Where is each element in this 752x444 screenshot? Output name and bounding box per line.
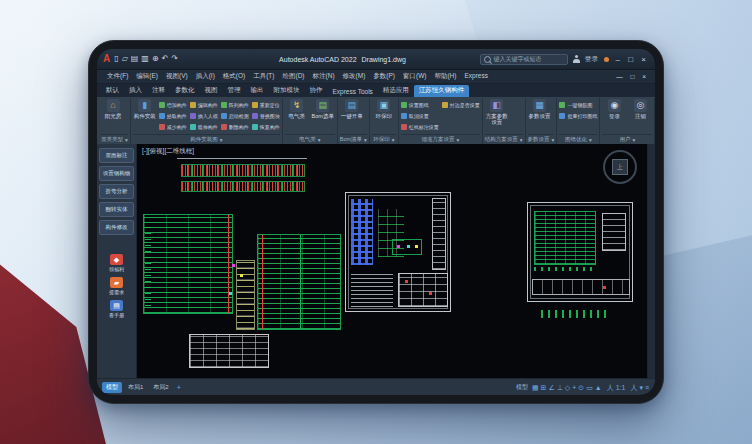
ribbon-small-button[interactable]: 设置图纸 — [401, 99, 439, 110]
doc-restore-button[interactable]: □ — [628, 73, 637, 80]
ribbon-small-button[interactable]: 拾取构件 — [159, 110, 187, 121]
ribbon-small-button[interactable]: 编辑构件 — [190, 99, 218, 110]
ribbon-big-button[interactable]: ▤一键开单 — [340, 99, 364, 119]
ribbon-tab-8[interactable]: 协作 — [305, 85, 328, 97]
menu-item-11[interactable]: 帮助(H) — [430, 72, 460, 81]
ribbon-tab-2[interactable]: 注释 — [147, 85, 170, 97]
ribbon-tab-4[interactable]: 视图 — [200, 85, 223, 97]
autocad-logo-icon[interactable]: A — [103, 54, 110, 64]
sidebar-quick-2[interactable]: ▤看手册 — [109, 300, 124, 318]
menu-item-9[interactable]: 参数(P) — [369, 72, 399, 81]
save-as-icon[interactable]: ▥ — [141, 55, 149, 63]
status-right-2[interactable]: ≡ — [644, 384, 650, 391]
status-toggle-1[interactable]: ⊞ — [540, 384, 548, 391]
doc-close-button[interactable]: × — [640, 73, 649, 80]
ribbon-small-button[interactable]: 红线标注设置 — [401, 121, 439, 132]
ribbon-big-button[interactable]: ▤Bom选单 — [311, 99, 335, 119]
save-icon[interactable]: ▤ — [131, 55, 139, 63]
ribbon-small-button[interactable]: 批量打印图纸 — [559, 110, 597, 121]
menu-item-1[interactable]: 编辑(E) — [132, 72, 162, 81]
minimize-button[interactable]: – — [614, 55, 623, 64]
status-toggle-3[interactable]: ⊥ — [556, 384, 564, 391]
ribbon-small-button[interactable]: 延伸构件 — [190, 121, 218, 132]
menu-item-3[interactable]: 插入(I) — [192, 72, 219, 81]
layout-tab-2[interactable]: 布局2 — [149, 382, 172, 393]
menu-item-10[interactable]: 窗口(W) — [399, 72, 430, 81]
ribbon-tab-0[interactable]: 默认 — [101, 85, 124, 97]
sidebar-item-2[interactable]: 折弯分析 — [99, 184, 134, 199]
sidebar-item-4[interactable]: 构件修改 — [99, 220, 134, 235]
ribbon-small-button[interactable]: 插入人模 — [190, 110, 218, 121]
plot-icon[interactable]: ⊕ — [152, 55, 159, 63]
menu-item-4[interactable]: 格式(O) — [219, 72, 249, 81]
ribbon-tab-7[interactable]: 附加模块 — [269, 85, 305, 97]
redo-icon[interactable]: ↷ — [171, 55, 178, 63]
ribbon-tab-11[interactable]: 江苏恒久钢构件 — [414, 85, 470, 97]
model-space-toggle[interactable]: 模型 — [516, 383, 528, 392]
ribbon-big-button[interactable]: ◉登录 — [602, 99, 626, 119]
ribbon-tab-1[interactable]: 插入 — [124, 85, 147, 97]
menu-item-2[interactable]: 视图(V) — [162, 72, 192, 81]
new-layout-button[interactable]: + — [176, 384, 182, 391]
layout-tab-1[interactable]: 布局1 — [124, 382, 147, 393]
ribbon-big-button[interactable]: ⌂阳光房 — [101, 99, 125, 119]
ribbon-tab-5[interactable]: 管理 — [223, 85, 246, 97]
viewport-label[interactable]: [-][俯视][二维线框] — [142, 147, 194, 156]
ribbon-small-button[interactable]: 减少构件 — [159, 121, 187, 132]
menu-item-12[interactable]: Express — [460, 72, 491, 81]
maximize-button[interactable]: □ — [626, 55, 636, 64]
sign-in-button[interactable]: 登录 — [585, 54, 599, 64]
menu-item-5[interactable]: 工具(T) — [249, 72, 278, 81]
ribbon-small-button[interactable]: 删除构件 — [221, 121, 249, 132]
sidebar-item-0[interactable]: 屋面标注 — [99, 148, 134, 163]
notification-icon[interactable] — [604, 57, 609, 62]
sidebar-item-1[interactable]: 设置钢构物 — [99, 166, 134, 181]
ribbon-big-button[interactable]: ▮构件安装 — [133, 99, 157, 119]
grid-icon: ▦ — [533, 99, 546, 112]
sidebar-quick-0[interactable]: ◆领福利 — [109, 254, 124, 272]
ribbon-big-button[interactable]: ↯电气类 — [285, 99, 309, 119]
ribbon-small-button[interactable]: 取消设置 — [401, 110, 439, 121]
search-input[interactable]: 键入关键字或短语 — [480, 54, 568, 65]
status-toggle-4[interactable]: ◇ — [564, 384, 571, 391]
ribbon-small-button[interactable]: 一键钢筋图 — [559, 99, 597, 110]
ribbon-small-button[interactable]: 封边是否设置 — [442, 99, 480, 110]
ribbon-big-button[interactable]: ◧方案参数设置 — [485, 99, 509, 125]
viewcube[interactable]: 上 — [603, 150, 637, 184]
drawing-canvas[interactable]: [-][俯视][二维线框] 上 — [137, 144, 647, 378]
doc-minimize-button[interactable]: — — [614, 73, 626, 80]
menu-item-6[interactable]: 绘图(D) — [279, 72, 309, 81]
ribbon-tab-9[interactable]: Express Tools — [328, 87, 378, 97]
menu-item-8[interactable]: 修改(M) — [339, 72, 370, 81]
open-folder-icon[interactable]: ▱ — [122, 55, 128, 63]
menu-item-7[interactable]: 标注(N) — [309, 72, 339, 81]
status-toggle-0[interactable]: ▦ — [531, 384, 540, 391]
status-toggle-7[interactable]: ▭ — [585, 384, 594, 391]
ribbon-tab-3[interactable]: 参数化 — [170, 85, 200, 97]
ribbon-tab-10[interactable]: 精选应用 — [378, 85, 414, 97]
status-toggle-2[interactable]: ∠ — [547, 384, 555, 391]
layout-tab-0[interactable]: 模型 — [102, 382, 122, 393]
menu-item-0[interactable]: 文件(F) — [103, 72, 132, 81]
ribbon-small-button[interactable]: 阵列构件 — [221, 99, 249, 110]
canvas-scrollbar[interactable] — [647, 144, 655, 378]
ribbon-small-button[interactable]: 恢复构件 — [252, 121, 280, 132]
ribbon-small-button[interactable]: 增加构件 — [159, 99, 187, 110]
undo-icon[interactable]: ↶ — [162, 55, 169, 63]
annotation-scale[interactable]: 人 1:1 — [606, 384, 627, 391]
status-toggle-8[interactable]: ▲ — [594, 384, 603, 391]
viewcube-face[interactable]: 上 — [612, 159, 628, 175]
ribbon-tab-6[interactable]: 输出 — [246, 85, 269, 97]
ribbon-small-button[interactable]: 替换图块 — [252, 110, 280, 121]
status-toggle-6[interactable]: ⊙ — [577, 384, 585, 391]
ribbon-small-button[interactable]: 启动检测 — [221, 110, 249, 121]
ribbon-big-button[interactable]: ▦参数设置 — [528, 99, 552, 119]
ribbon-big-button[interactable]: ◎注销 — [628, 99, 652, 119]
ribbon-big-button[interactable]: ▣环保印 — [372, 99, 396, 119]
sidebar-quick-1[interactable]: ▰提需求 — [109, 277, 124, 295]
sidebar-item-3[interactable]: 翻转实体 — [99, 202, 134, 217]
new-file-icon[interactable]: ▯ — [114, 55, 118, 63]
status-right-0[interactable]: 人 — [629, 384, 638, 391]
ribbon-small-button[interactable]: 重新定位 — [252, 99, 280, 110]
close-button[interactable]: × — [639, 55, 649, 64]
